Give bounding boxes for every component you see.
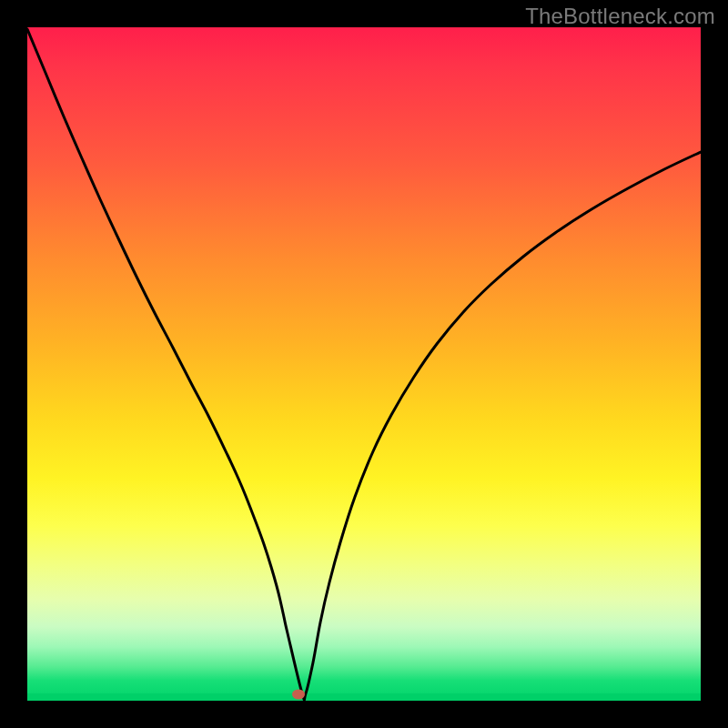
plot-area [27,27,701,701]
curve-path [27,29,701,700]
stage: TheBottleneck.com [0,0,728,728]
valley-marker [292,690,305,700]
bottleneck-curve [27,27,701,701]
watermark-text: TheBottleneck.com [525,4,715,29]
